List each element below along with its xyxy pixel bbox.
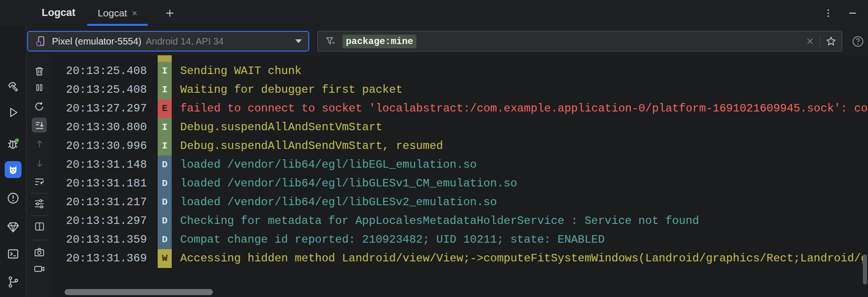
stripe-item-run[interactable] (5, 104, 22, 121)
log-row[interactable]: 20:13:31.359 D Compat change id reported… (51, 230, 868, 249)
horizontal-scrollbar-thumb[interactable] (65, 289, 213, 295)
tab-close-icon[interactable]: × (132, 8, 138, 18)
soft-wrap-button[interactable] (32, 174, 47, 189)
pause-icon (34, 82, 45, 93)
logcat-action-toolbar (27, 55, 51, 297)
stripe-item-problems[interactable] (5, 190, 22, 207)
log-row[interactable]: 20:13:31.148 D loaded /vendor/lib64/egl/… (51, 156, 868, 174)
log-message: Debug.suspendAllAndSentVmStart (180, 118, 868, 137)
device-name: Pixel (emulator-5554) (52, 36, 141, 47)
device-selector[interactable]: Pixel (emulator-5554) Android 14, API 34 (27, 31, 309, 52)
log-output-viewport[interactable]: '' , '' ' 20:13:25.408 I Sending WAIT ch… (51, 55, 868, 297)
vertical-scrollbar-thumb[interactable] (863, 254, 867, 284)
log-timestamp: 20:13:31.148 (66, 156, 147, 174)
options-menu-button[interactable] (821, 6, 835, 20)
minimize-icon (847, 7, 858, 19)
log-message: Compat change id reported: 210923482; UI… (180, 230, 868, 249)
log-row[interactable]: 20:13:31.217 D loaded /vendor/lib64/egl/… (51, 193, 868, 212)
log-level-badge: E (158, 99, 172, 118)
logcat-tab-bar: Logcat Logcat × (0, 0, 868, 26)
log-timestamp: 20:13:31.217 (66, 193, 147, 212)
gem-icon (6, 220, 20, 234)
video-icon (33, 263, 45, 275)
debug-active-dot (15, 138, 19, 142)
log-level-badge: D (158, 156, 172, 174)
filter-funnel-icon[interactable] (324, 35, 337, 48)
clear-filter-icon[interactable] (805, 36, 815, 46)
stripe-item-debug[interactable] (5, 135, 22, 152)
split-panel-button[interactable] (32, 219, 47, 234)
stripe-item-logcat[interactable] (5, 161, 22, 178)
problems-alert-icon (7, 192, 20, 205)
hide-panel-button[interactable] (846, 6, 860, 20)
refresh-icon (33, 100, 45, 112)
favorite-star-icon[interactable] (825, 35, 837, 47)
log-row[interactable]: 20:13:30.800 I Debug.suspendAllAndSentVm… (51, 118, 868, 137)
log-level-badge: D (158, 174, 172, 193)
log-row[interactable]: 20:13:27.297 E failed to connect to sock… (51, 99, 868, 118)
tool-window-stripe (0, 26, 27, 297)
debug-bug-icon (6, 137, 20, 151)
help-button[interactable] (852, 35, 864, 48)
log-timestamp: 20:13:31.369 (66, 249, 147, 268)
build-hammer-icon (7, 80, 20, 93)
restart-logcat-button[interactable] (32, 99, 47, 114)
log-level-badge: D (158, 212, 172, 230)
sliders-icon (33, 198, 45, 210)
log-level-badge: I (158, 118, 172, 137)
log-message: Checking for metadata for AppLocalesMeta… (180, 212, 868, 230)
toolbar-separator (30, 240, 48, 240)
screenshot-button[interactable] (32, 245, 47, 260)
logcat-filter-input[interactable]: package:mine (317, 31, 842, 52)
kebab-menu-icon (823, 8, 833, 18)
scroll-to-end-toggle[interactable] (32, 118, 47, 133)
stripe-item-version-control[interactable] (5, 274, 22, 290)
log-row[interactable]: 20:13:31.369 W Accessing hidden method L… (51, 249, 868, 268)
soft-wrap-icon (33, 176, 45, 188)
configure-logcat-options-button[interactable] (32, 196, 47, 211)
log-timestamp: 20:13:27.297 (66, 99, 147, 118)
screen-record-button[interactable] (32, 261, 47, 276)
toolbar-separator (30, 215, 48, 216)
dropdown-caret-icon (295, 39, 302, 43)
add-tab-button[interactable] (163, 6, 177, 20)
stripe-item-build[interactable] (5, 78, 22, 95)
log-level-badge: I (158, 81, 172, 99)
log-level-badge: D (158, 193, 172, 212)
log-level-badge (158, 55, 172, 62)
log-timestamp: 20:13:31.359 (66, 230, 147, 249)
scroll-to-end-icon (34, 119, 45, 131)
clear-logcat-button[interactable] (32, 64, 47, 79)
log-row-clipped[interactable]: '' , '' ' (51, 55, 868, 62)
log-row[interactable]: 20:13:31.297 D Checking for metadata for… (51, 212, 868, 230)
pause-logcat-button[interactable] (32, 80, 47, 95)
log-row[interactable]: 20:13:30.996 I Debug.suspendAllAndSendVm… (51, 137, 868, 156)
run-play-icon (7, 106, 20, 119)
log-message: loaded /vendor/lib64/egl/libGLESv1_CM_em… (180, 174, 868, 193)
log-level-badge: W (158, 249, 172, 268)
log-timestamp: 20:13:31.297 (66, 212, 147, 230)
log-message: failed to connect to socket 'localabstra… (180, 99, 868, 118)
previous-occurrence-button[interactable] (32, 136, 47, 151)
trash-icon (33, 65, 45, 77)
log-row[interactable]: 20:13:25.408 I Sending WAIT chunk (51, 62, 868, 81)
stripe-item-terminal[interactable] (5, 245, 22, 262)
log-message: Accessing hidden method Landroid/view/Vi… (180, 249, 868, 268)
filter-query-token[interactable]: package:mine (343, 35, 416, 48)
arrow-down-icon (34, 157, 45, 169)
log-level-badge: D (158, 230, 172, 249)
logcat-cat-icon (7, 163, 19, 176)
terminal-icon (7, 247, 20, 260)
filter-divider (820, 35, 820, 47)
stripe-item-app-quality-insights[interactable] (5, 219, 22, 236)
log-timestamp: 20:13:31.181 (66, 174, 147, 193)
log-timestamp: 20:13:30.996 (66, 137, 147, 156)
log-message: Debug.suspendAllAndSendVmStart, resumed (180, 137, 868, 156)
log-timestamp: 20:13:25.408 (66, 62, 147, 81)
tab-label: Logcat (98, 7, 127, 19)
log-row[interactable]: 20:13:25.408 I Waiting for debugger firs… (51, 81, 868, 99)
log-row[interactable]: 20:13:31.181 D loaded /vendor/lib64/egl/… (51, 174, 868, 193)
log-timestamp: 20:13:30.800 (66, 118, 147, 137)
tab-logcat[interactable]: Logcat × (87, 0, 148, 26)
next-occurrence-button[interactable] (32, 156, 47, 171)
